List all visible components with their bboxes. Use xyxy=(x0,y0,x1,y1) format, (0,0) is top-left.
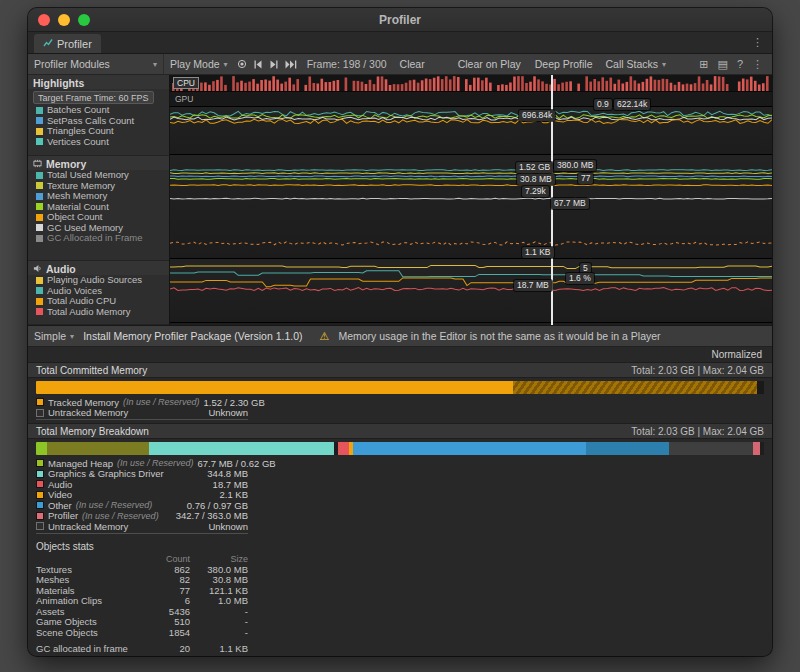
legend-color-swatch xyxy=(36,398,44,406)
counter-label: Total Audio Memory xyxy=(47,307,130,317)
cpu-frame-chart[interactable]: CPU xyxy=(170,75,772,91)
counter-vertices-count[interactable]: Vertices Count xyxy=(28,137,169,148)
legend-value: 344.8 MB xyxy=(207,468,248,479)
save-layout-icon[interactable]: ▤ xyxy=(717,58,727,71)
breakdown-legend-managed-heap[interactable]: Managed Heap(In use / Reserved)67.7 MB /… xyxy=(36,458,248,469)
counter-total-used-memory[interactable]: Total Used Memory xyxy=(28,170,169,181)
breakdown-legend-untracked-memory[interactable]: Untracked MemoryUnknown xyxy=(36,521,248,532)
committed-used-segment xyxy=(36,381,513,394)
counter-label: Batches Count xyxy=(47,105,109,115)
breakdown-segment xyxy=(36,442,47,455)
counter-object-count[interactable]: Object Count xyxy=(28,212,169,223)
profiler-modules-dropdown[interactable]: Profiler Modules▾ xyxy=(28,54,164,74)
profiler-charts[interactable]: 0.9622.14k696.84k1.52 GB380.0 MB30.8 MB7… xyxy=(170,107,772,325)
counter-label: GC Allocated in Frame xyxy=(47,233,143,243)
module-section-memory: MemoryTotal Used MemoryTexture MemoryMes… xyxy=(28,156,169,261)
legend-label: Graphics & Graphics Driver xyxy=(48,468,164,479)
deep-profile-button[interactable]: Deep Profile xyxy=(535,58,593,70)
target-frame-time-button[interactable]: Target Frame Time: 60 FPS xyxy=(33,91,154,104)
objects-stats: Objects stats Count Size Textures862380.… xyxy=(36,541,764,655)
stat-size: 121.1 KB xyxy=(190,585,248,596)
chart-value-badge: 30.8 MB xyxy=(517,174,555,185)
breakdown-legend-profiler[interactable]: Profiler(In use / Reserved)342.7 / 363.0… xyxy=(36,511,248,522)
size-column-header: Size xyxy=(190,554,248,564)
maximize-button[interactable] xyxy=(78,14,90,26)
counter-total-audio-cpu[interactable]: Total Audio CPU xyxy=(28,296,169,307)
counter-color-swatch xyxy=(36,308,43,315)
objects-stats-row-game-objects[interactable]: Game Objects510- xyxy=(36,617,248,628)
titlebar: Profiler xyxy=(28,8,772,32)
chart-band-audio[interactable] xyxy=(170,259,772,323)
play-mode-dropdown[interactable]: Play Mode▾ xyxy=(164,54,234,74)
next-frame-icon[interactable] xyxy=(269,60,279,69)
breakdown-segment xyxy=(669,442,753,455)
window-menu-icon[interactable]: ⋮ xyxy=(752,59,763,70)
legend-color-swatch xyxy=(36,480,44,488)
breakdown-legend-other[interactable]: Other(In use / Reserved)0.76 / 0.97 GB xyxy=(36,500,248,511)
breakdown-legend-audio[interactable]: Audio18.7 MB xyxy=(36,479,248,490)
counter-mesh-memory[interactable]: Mesh Memory xyxy=(28,191,169,202)
cpu-label[interactable]: CPU xyxy=(173,77,199,89)
legend-label: Tracked Memory xyxy=(48,397,119,408)
clear-button[interactable]: Clear xyxy=(400,58,425,70)
expand-panels-icon[interactable]: ⊞ xyxy=(699,58,708,71)
module-header-audio[interactable]: Audio xyxy=(28,261,169,275)
chart-value-badge: 1.52 GB xyxy=(516,162,553,173)
counter-gc-allocated-in-frame[interactable]: GC Allocated in Frame xyxy=(28,233,169,244)
warning-text: Memory usage in the Editor is not the sa… xyxy=(338,330,660,342)
frame-timeline-strip[interactable]: CPU GPU xyxy=(170,75,772,107)
minimize-button[interactable] xyxy=(58,14,70,26)
objects-stats-row-animation-clips[interactable]: Animation Clips61.0 MB xyxy=(36,596,248,607)
counter-color-swatch xyxy=(36,193,43,200)
normalized-toggle[interactable]: Normalized xyxy=(711,349,762,360)
counter-triangles-count[interactable]: Triangles Count xyxy=(28,126,169,137)
stat-label: Game Objects xyxy=(36,616,142,627)
breakdown-legend-video[interactable]: Video2.1 KB xyxy=(36,490,248,501)
stat-label: Materials xyxy=(36,585,142,596)
counter-playing-audio-sources[interactable]: Playing Audio Sources xyxy=(28,275,169,286)
profiler-content: HighlightsTarget Frame Time: 60 FPSBatch… xyxy=(28,75,772,325)
objects-stats-row-scene-objects[interactable]: Scene Objects1854- xyxy=(36,627,248,638)
objects-stats-row-meshes[interactable]: Meshes8230.8 MB xyxy=(36,575,248,586)
chart-value-badge: 67.7 MB xyxy=(551,198,589,209)
stat-count: 6 xyxy=(142,595,190,606)
objects-stats-row-assets[interactable]: Assets5436- xyxy=(36,606,248,617)
pane-menu-icon[interactable]: ⋮ xyxy=(752,37,763,48)
gpu-label[interactable]: GPU xyxy=(175,94,193,104)
objects-stats-row-textures[interactable]: Textures862380.0 MB xyxy=(36,564,248,575)
view-mode-dropdown[interactable]: Simple▾ xyxy=(34,326,74,346)
module-header-memory[interactable]: Memory xyxy=(28,156,169,170)
record-icon[interactable] xyxy=(237,59,247,69)
counter-total-audio-memory[interactable]: Total Audio Memory xyxy=(28,307,169,318)
stat-label: Animation Clips xyxy=(36,595,142,606)
stat-count: 77 xyxy=(142,585,190,596)
gpu-frame-chart[interactable]: GPU xyxy=(170,91,772,106)
current-frame-icon[interactable] xyxy=(285,60,298,69)
tab-profiler[interactable]: Profiler xyxy=(34,34,101,53)
legend-label: Managed Heap xyxy=(48,458,113,469)
legend-color-swatch xyxy=(36,522,44,530)
counter-color-swatch xyxy=(36,277,43,284)
committed-legend-tracked-memory[interactable]: Tracked Memory(In use / Reserved)1.52 / … xyxy=(36,397,248,408)
install-package-link[interactable]: Install Memory Profiler Package (Version… xyxy=(83,330,302,342)
chart-band-highlights[interactable] xyxy=(170,107,772,155)
committed-legend-untracked-memory[interactable]: Untracked MemoryUnknown xyxy=(36,408,248,419)
module-header-highlights[interactable]: Highlights xyxy=(28,75,169,89)
legend-note: (In use / Reserved) xyxy=(117,458,194,468)
close-button[interactable] xyxy=(38,14,50,26)
legend-color-swatch xyxy=(36,491,44,499)
warning-icon: ⚠ xyxy=(320,330,330,343)
breakdown-legend-graphics-graphics-driver[interactable]: Graphics & Graphics Driver344.8 MB xyxy=(36,469,248,480)
chart-band-memory[interactable] xyxy=(170,155,772,259)
clear-on-play-button[interactable]: Clear on Play xyxy=(458,58,521,70)
objects-stats-row-gc-allocated-in-frame[interactable]: GC allocated in frame201.1 KB xyxy=(36,644,248,655)
chart-column: CPU GPU 0.9622.14k696.84k1.52 GB380.0 MB… xyxy=(170,75,772,325)
help-icon[interactable]: ? xyxy=(737,58,743,70)
counter-label: Audio Voices xyxy=(47,286,102,296)
counter-batches-count[interactable]: Batches Count xyxy=(28,105,169,116)
counter-color-swatch xyxy=(36,172,43,179)
objects-stats-row-materials[interactable]: Materials77121.1 KB xyxy=(36,585,248,596)
call-stacks-dropdown[interactable]: Call Stacks▾ xyxy=(600,54,673,74)
prev-frame-icon[interactable] xyxy=(253,60,263,69)
breakdown-totals: Total: 2.03 GB | Max: 2.04 GB xyxy=(631,426,764,437)
